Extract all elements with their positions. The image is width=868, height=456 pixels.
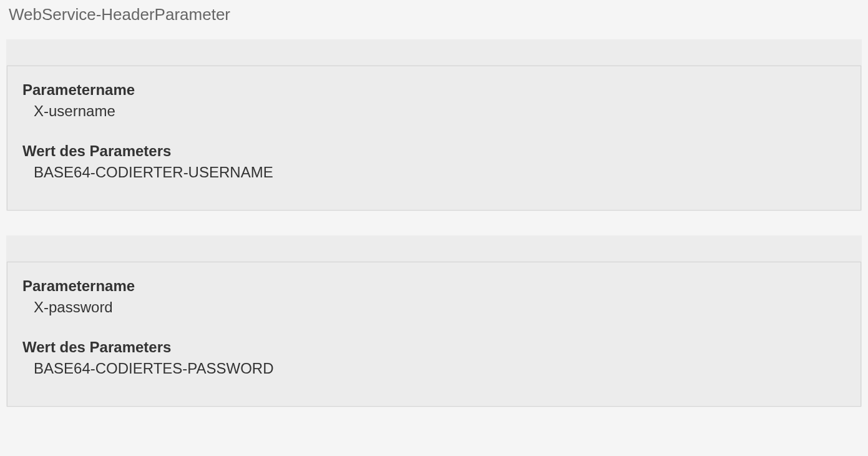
parameter-card: Parametername X-username Wert des Parame… <box>7 66 861 211</box>
parameter-name-value: X-password <box>22 299 846 316</box>
parameter-name-value: X-username <box>22 102 846 120</box>
parameter-card-wrapper: Parametername X-username Wert des Parame… <box>6 39 862 211</box>
parameter-value-label: Wert des Parameters <box>22 142 846 160</box>
parameter-name-label: Parametername <box>22 277 846 295</box>
parameter-value-value: BASE64-CODIERTER-USERNAME <box>22 164 846 181</box>
parameter-value-value: BASE64-CODIERTES-PASSWORD <box>22 360 846 377</box>
parameter-card-wrapper: Parametername X-password Wert des Parame… <box>6 235 862 407</box>
parameter-card: Parametername X-password Wert des Parame… <box>7 262 861 407</box>
parameter-name-label: Parametername <box>22 81 846 99</box>
page-title: WebService-HeaderParameter <box>0 0 868 39</box>
parameter-value-label: Wert des Parameters <box>22 339 846 356</box>
